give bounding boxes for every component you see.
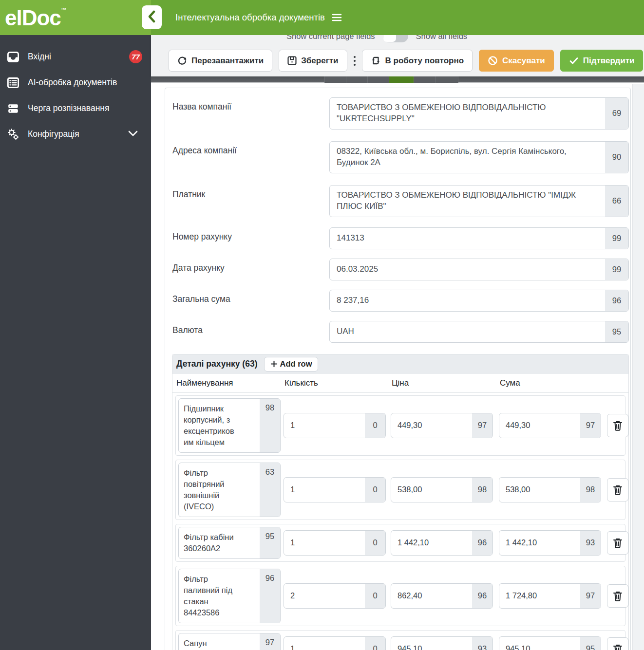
invoice-details-section: Деталі рахунку (63) Add row Найменування…: [172, 354, 629, 650]
item-name-cell: Фільтр повітряний зовнішній (IVECO) 63: [178, 463, 281, 517]
field-input[interactable]: 06.03.2025: [330, 259, 605, 280]
cell-input[interactable]: Фільтр повітряний зовнішній (IVECO): [179, 463, 238, 517]
chevron-left-icon: [146, 9, 158, 25]
cell-input[interactable]: 945,10: [499, 637, 580, 650]
confidence-score: 96: [605, 290, 628, 311]
item-name-cell: Підшипник корпусний, з ексцентриковим кі…: [178, 398, 281, 453]
cell-input[interactable]: 449,30: [499, 413, 580, 438]
page-tabs-strip: [151, 76, 644, 83]
field-input[interactable]: ТОВАРИСТВО З ОБМЕЖЕНОЮ ВІДПОВІДАЛЬНІСТЮ …: [330, 186, 605, 217]
table-row: Підшипник корпусний, з ексцентриковим кі…: [175, 395, 625, 456]
check-icon: [569, 56, 579, 65]
field-input[interactable]: ТОВАРИСТВО З ОБМЕЖЕНОЮ ВІДПОВІДАЛЬНІСТЮ …: [330, 98, 605, 129]
cell-input[interactable]: Фільтр паливний під стакан 84423586: [179, 569, 238, 623]
reload-button[interactable]: Перезавантажити: [169, 50, 272, 72]
delete-row-button[interactable]: [607, 478, 628, 501]
save-icon: [287, 56, 297, 65]
app-logo: elDoc™: [5, 7, 66, 29]
rework-label: В роботу повторно: [385, 56, 464, 66]
trash-icon: [613, 644, 623, 650]
delete-row-button[interactable]: [607, 531, 628, 555]
cell-input[interactable]: 945,10: [391, 637, 472, 650]
cell-input[interactable]: Фільтр кабіни 360260A2: [179, 527, 238, 558]
hamburger-menu-icon[interactable]: [332, 13, 342, 22]
quantity-cell: 1 0: [284, 477, 386, 502]
sidebar-item-inbox[interactable]: Вхідні 77: [0, 44, 151, 70]
logo-text: elDoc: [5, 6, 61, 30]
quantity-cell: 1 0: [284, 530, 386, 556]
trash-icon: [613, 420, 623, 431]
cell-input[interactable]: 1: [284, 413, 365, 438]
rework-button[interactable]: В роботу повторно: [362, 50, 473, 72]
sum-cell: 945,10 95: [499, 636, 601, 650]
page-tab[interactable]: [367, 76, 389, 83]
cell-input[interactable]: 1 442,10: [391, 531, 472, 555]
confidence-score: 98: [260, 399, 280, 452]
page-tab[interactable]: [346, 76, 367, 83]
column-header: Найменування: [176, 378, 284, 388]
field-label: Платник: [172, 185, 329, 217]
repeat-icon: [371, 56, 381, 66]
server-queue-icon: [7, 103, 19, 114]
field-row: Номер рахунку 141313 99: [165, 227, 630, 249]
trash-icon: [613, 538, 623, 548]
confidence-score: 69: [605, 98, 628, 129]
confidence-score: 93: [472, 637, 492, 650]
sidebar-item-label: Черга розпізнавання: [28, 103, 109, 113]
company-address-field: 08322, Київська обл., м. Бориспіль, вул.…: [329, 141, 629, 173]
confidence-score: 96: [472, 584, 492, 608]
confidence-score: 95: [580, 637, 601, 650]
sidebar-item-configuration[interactable]: Конфігурація: [0, 121, 151, 147]
cell-input[interactable]: 1: [284, 637, 365, 650]
cell-input[interactable]: 1 442,10: [499, 531, 580, 555]
delete-row-button[interactable]: [607, 414, 628, 437]
field-input[interactable]: UAH: [330, 321, 605, 342]
cell-input[interactable]: 449,30: [391, 413, 472, 438]
confirm-label: Підтвердити: [583, 56, 635, 66]
page-tab[interactable]: [414, 76, 435, 83]
more-options-kebab-icon[interactable]: [354, 50, 356, 72]
field-input[interactable]: 08322, Київська обл., м. Бориспіль, вул.…: [330, 142, 605, 173]
field-label: Валюта: [172, 321, 329, 343]
sidebar-item-ai-processing[interactable]: АІ-обробка документів: [0, 70, 151, 95]
table-row: Фільтр паливний під стакан 84423586 96 2…: [175, 566, 625, 626]
sum-cell: 1 442,10 93: [499, 530, 601, 556]
payer-field: ТОВАРИСТВО З ОБМЕЖЕНОЮ ВІДПОВІДАЛЬНІСТЮ …: [329, 185, 629, 217]
page-title: Інтелектуальна обробка документів: [175, 12, 325, 23]
cancel-button[interactable]: Скасувати: [479, 50, 554, 72]
page-tab-active[interactable]: [389, 76, 414, 83]
add-row-button[interactable]: Add row: [264, 357, 318, 371]
sidebar-item-recognition-queue[interactable]: Черга розпізнавання: [0, 95, 151, 121]
confidence-score: 0: [365, 478, 385, 502]
confirm-button[interactable]: Підтвердити: [560, 50, 644, 72]
cell-input[interactable]: Сапун 84376809: [179, 633, 238, 650]
item-name-cell: Сапун 84376809 97: [178, 633, 281, 650]
field-row: Валюта UAH 95: [165, 321, 630, 343]
logo-zone: elDoc™: [0, 0, 151, 35]
cell-input[interactable]: 1: [284, 478, 365, 502]
cell-input[interactable]: 538,00: [391, 478, 472, 502]
main-area: Show current page fields Show all fields…: [151, 35, 644, 650]
page-tab[interactable]: [435, 76, 458, 83]
price-cell: 449,30 97: [391, 413, 493, 438]
cell-input[interactable]: Підшипник корпусний, з ексцентриковим кі…: [179, 399, 238, 452]
cell-input[interactable]: 1: [284, 531, 365, 555]
scrollbar[interactable]: [632, 84, 644, 650]
delete-row-button[interactable]: [607, 637, 628, 650]
cell-input[interactable]: 1 724,80: [499, 584, 580, 608]
field-input[interactable]: 141313: [330, 228, 605, 249]
page-tab[interactable]: [324, 76, 346, 83]
field-input[interactable]: 8 237,16: [330, 290, 605, 311]
cell-input[interactable]: 862,40: [391, 584, 472, 608]
refresh-icon: [177, 56, 187, 66]
delete-row-button[interactable]: [607, 584, 628, 608]
total-amount-field: 8 237,16 96: [329, 290, 629, 312]
cell-input[interactable]: 538,00: [499, 478, 580, 502]
table-column-headers: Найменування Кількість Ціна Сума: [172, 374, 628, 393]
cancel-label: Скасувати: [502, 56, 545, 66]
column-header: Ціна: [392, 378, 500, 388]
sum-cell: 1 724,80 97: [499, 583, 601, 609]
cell-input[interactable]: 2: [284, 584, 365, 608]
back-button[interactable]: [142, 5, 162, 29]
save-button[interactable]: Зберегти: [279, 50, 347, 72]
